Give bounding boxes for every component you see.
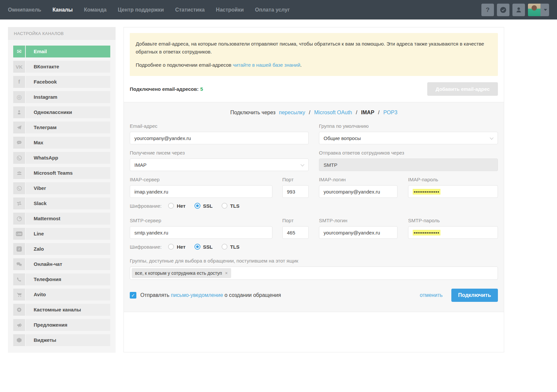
sidebar-item-whatsapp[interactable]: WhatsApp (13, 152, 110, 164)
notification-letter-link[interactable]: письмо-уведомление (171, 292, 223, 298)
sidebar-item-custom-channels[interactable]: Кастомные каналы (13, 304, 110, 316)
sidebar-item-avito[interactable]: Avito (13, 289, 110, 301)
sidebar-item-suggestions[interactable]: Предложения (13, 319, 110, 331)
encryption-option-tls[interactable]: TLS (222, 203, 239, 209)
sidebar-item-viber[interactable]: Viber (13, 182, 110, 194)
sidebar-item-label: WhatsApp (26, 152, 110, 164)
send-via-field: SMTP (319, 159, 498, 171)
encryption-option-none[interactable]: Нет (168, 203, 185, 209)
sidebar-item-label: Email (26, 46, 110, 57)
nav-item-support-center[interactable]: Центр поддержки (118, 7, 164, 13)
nav-item-omnipanel[interactable]: Омнипанель (8, 7, 41, 13)
smtp-login-input[interactable] (319, 226, 398, 239)
imap-password-input[interactable]: •••••••••••••• (408, 185, 498, 198)
radio-icon (222, 244, 227, 250)
email-address-input[interactable] (130, 132, 309, 144)
nav-item-team[interactable]: Команда (84, 7, 107, 13)
sidebar-item-instagram[interactable]: ◎ Instagram (13, 91, 110, 103)
sidebar-item-email[interactable]: ✉ Email (13, 46, 110, 57)
nav-item-statistics[interactable]: Статистика (175, 7, 204, 13)
sidebar-item-odnoklassniki[interactable]: Одноклассники (13, 106, 110, 118)
nav-item-billing[interactable]: Оплата услуг (255, 7, 290, 13)
help-button[interactable]: ? (481, 4, 494, 16)
group-tag: все, к которым у сотрудника есть доступ … (132, 268, 231, 278)
widget-icon (13, 334, 25, 346)
badge-check-icon (500, 6, 507, 14)
receive-via-select[interactable]: IMAP (130, 159, 309, 171)
imap-server-input[interactable] (130, 185, 272, 198)
sidebar-item-microsoft-teams[interactable]: Microsoft Teams (13, 167, 110, 179)
imap-port-label: Порт (282, 177, 309, 182)
sidebar-list: ✉ Email VK ВКонтакте f Facebook ◎ Instag… (8, 40, 116, 353)
sidebar-item-mattermost[interactable]: Mattermost (13, 213, 110, 225)
notify-checkbox[interactable]: ✓ (130, 292, 136, 299)
sidebar-item-vkontakte[interactable]: VK ВКонтакте (13, 61, 110, 73)
available-groups-input[interactable]: все, к которым у сотрудника есть доступ … (130, 267, 498, 280)
smtp-server-input[interactable] (130, 226, 272, 239)
sidebar-item-label: Одноклассники (26, 106, 110, 118)
sidebar-header: НАСТРОЙКА КАНАЛОВ (8, 27, 116, 40)
encryption-option-ssl[interactable]: SSL (194, 203, 213, 209)
form-footer: ✓ Отправлять письмо-уведомление о создан… (130, 289, 498, 302)
sidebar-item-label: Max (26, 137, 110, 149)
radio-checked-icon (194, 244, 200, 250)
imap-login-input[interactable] (319, 185, 398, 198)
tab-forwarding[interactable]: пересылку (279, 110, 305, 115)
sidebar-item-zalo[interactable]: Z Zalo (13, 243, 110, 255)
verification-button[interactable] (497, 4, 509, 16)
encryption-option-ssl[interactable]: SSL (194, 244, 213, 250)
sidebar-item-telephony[interactable]: Телефония (13, 273, 110, 285)
tab-microsoft-oauth[interactable]: Microsoft OAuth (314, 110, 352, 115)
smtp-server-label: SMTP-сервер (130, 218, 272, 223)
imap-encryption-row: Шифрование: Нет SSL TLS (130, 203, 498, 209)
instagram-icon: ◎ (13, 91, 25, 103)
account-menu-button[interactable] (528, 4, 549, 16)
smtp-login-label: SMTP-логин (319, 218, 398, 223)
radio-checked-icon (194, 203, 200, 209)
smtp-password-input[interactable]: •••••••••••••• (408, 226, 498, 239)
sidebar-item-max[interactable]: Max (13, 137, 110, 149)
nav-item-settings[interactable]: Настройки (216, 7, 244, 13)
smtp-encryption-row: Шифрование: Нет SSL TLS (130, 244, 498, 250)
default-group-select[interactable]: Общие вопросы (319, 132, 498, 144)
tab-pop3[interactable]: POP3 (383, 110, 398, 115)
knowledge-base-link[interactable]: читайте в нашей базе знаний (233, 62, 300, 68)
megaphone-icon (13, 319, 25, 331)
imap-port-input[interactable] (282, 185, 309, 198)
nav-item-channels[interactable]: Каналы (52, 7, 73, 13)
online-chat-icon (13, 258, 25, 270)
tab-imap[interactable]: IMAP (361, 110, 374, 115)
connect-button[interactable]: Подключить (451, 289, 498, 302)
add-email-button[interactable]: Добавить email-адрес (427, 82, 498, 96)
cancel-link[interactable]: отменить (420, 292, 442, 298)
whatsapp-icon (13, 152, 25, 164)
sidebar-item-label: Виджеты (26, 334, 110, 346)
sidebar-item-facebook[interactable]: f Facebook (13, 76, 110, 88)
radio-icon (168, 244, 174, 250)
encryption-option-tls[interactable]: TLS (222, 244, 239, 250)
smtp-port-input[interactable] (282, 226, 309, 239)
sidebar-item-line[interactable]: LINE Line (13, 228, 110, 240)
connected-count-label: Подключено email-адресов:5 (130, 86, 203, 92)
sidebar-item-slack[interactable]: Slack (13, 197, 110, 209)
odnoklassniki-icon (13, 106, 25, 118)
connected-count-row: Подключено email-адресов:5 Добавить emai… (124, 76, 504, 102)
encryption-option-none[interactable]: Нет (168, 244, 185, 250)
top-navigation: Омнипанель Каналы Команда Центр поддержк… (0, 0, 557, 19)
sidebar-item-telegram[interactable]: Телеграм (13, 122, 110, 133)
sidebar-item-label: Avito (26, 289, 110, 301)
chevron-down-icon (544, 9, 547, 11)
sidebar-item-online-chat[interactable]: Онлайн-чат (13, 258, 110, 270)
receive-via-value: IMAP (130, 159, 309, 171)
sidebar-item-label: Телефония (26, 273, 110, 285)
sidebar-item-label: Microsoft Teams (26, 167, 110, 179)
profile-button[interactable] (512, 4, 525, 16)
sidebar-item-label: Кастомные каналы (26, 304, 110, 316)
channels-sidebar: НАСТРОЙКА КАНАЛОВ ✉ Email VK ВКонтакте f… (8, 27, 116, 353)
sidebar-item-widgets[interactable]: Виджеты (13, 334, 110, 346)
imap-login-label: IMAP-логин (319, 177, 398, 182)
phone-icon (13, 273, 25, 285)
remove-tag-icon[interactable]: × (225, 270, 227, 276)
question-mark-icon: ? (486, 6, 490, 14)
password-mask: •••••••••••••• (413, 189, 440, 195)
